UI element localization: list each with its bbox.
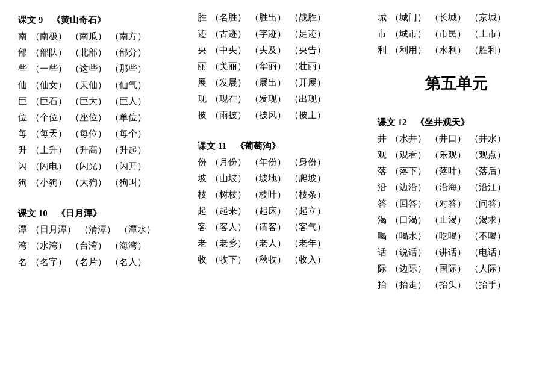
column-1: 课文 9 《黄山奇石》南（南极）（南瓜）（南方）部（部队）（北部）（部分）些（一…	[18, 12, 176, 296]
vocab-entry: 渴（口渴）（止渴）（渴求）	[378, 214, 536, 226]
head-char: 观	[378, 149, 387, 161]
word: （抬手）	[470, 279, 506, 291]
vocab-entry: 潭（日月潭）（清潭）（潭水）	[18, 224, 176, 235]
word-list: （城门）（长城）（京城）	[387, 12, 506, 23]
word: （披风）	[250, 110, 286, 121]
head-char: 城	[378, 12, 387, 23]
head-char: 披	[198, 110, 207, 121]
word: （巨石）	[31, 96, 67, 107]
word: （战胜）	[290, 12, 326, 23]
word-list: （起来）（起床）（起立）	[207, 205, 326, 217]
vocab-entry: 湾（水湾）（台湾）（海湾）	[18, 240, 176, 252]
word: （落叶）	[430, 166, 466, 177]
word: （单位）	[110, 112, 146, 123]
vocab-entry: 现（现在）（发现）（出现）	[198, 93, 356, 105]
word-list: （利用）（水利）（胜利）	[387, 45, 506, 56]
word: （台湾）	[70, 240, 107, 252]
word: （披上）	[290, 110, 326, 121]
word: （日月潭）	[31, 224, 76, 235]
vocab-entry: 收（收下）（秋收）（收入）	[198, 254, 356, 266]
word: （闪光）	[70, 161, 107, 172]
word-list: （说话）（讲话）（电话）	[387, 247, 506, 258]
word: （身份）	[290, 157, 326, 168]
word-list: （城市）（市民）（上市）	[387, 28, 506, 40]
head-char: 沿	[378, 182, 387, 193]
head-char: 际	[378, 263, 387, 275]
word: （个位）	[31, 112, 67, 123]
word-list: （客人）（请客）（客气）	[207, 222, 326, 233]
word-list: （日月潭）（清潭）（潭水）	[27, 224, 155, 235]
word: （客气）	[290, 222, 326, 233]
word-list: （小狗）（大狗）（狗叫）	[27, 177, 146, 188]
vocab-entry: 落（落下）（落叶）（落后）	[378, 166, 536, 177]
vocab-entry: 闪（闪电）（闪光）（闪开）	[18, 161, 176, 172]
head-char: 客	[198, 222, 207, 233]
head-char: 位	[18, 112, 27, 123]
vocab-entry: 井（水井）（井口）（井水）	[378, 133, 536, 145]
word: （渴求）	[470, 214, 506, 226]
word-list: （山坡）（坡地）（爬坡）	[207, 173, 326, 184]
word: （客人）	[210, 222, 246, 233]
head-char: 坡	[198, 173, 207, 184]
word: （发展）	[210, 77, 246, 89]
word: （落下）	[390, 166, 426, 177]
word: （一些）	[31, 63, 67, 75]
head-char: 名	[18, 257, 27, 268]
word: （回答）	[390, 198, 426, 210]
word-list: （观看）（乐观）（观点）	[387, 149, 506, 161]
word: （足迹）	[290, 28, 326, 40]
word-list: （水井）（井口）（井水）	[387, 133, 506, 145]
word: （抬头）	[430, 279, 466, 291]
word: （这些）	[70, 63, 107, 75]
word-list: （回答）（对答）（问答）	[387, 198, 506, 210]
word: （巨大）	[70, 96, 107, 107]
vocab-entry: 答（回答）（对答）（问答）	[378, 198, 536, 210]
word: （说话）	[390, 247, 426, 258]
word: （央告）	[290, 45, 326, 56]
word: （南极）	[31, 31, 67, 42]
word-list: （发展）（展出）（开展）	[207, 77, 326, 89]
lesson-title: 课文 12 《坐井观天》	[378, 117, 536, 128]
word: （月份）	[210, 157, 246, 168]
vocab-entry: 巨（巨石）（巨大）（巨人）	[18, 96, 176, 107]
vocab-entry: 客（客人）（请客）（客气）	[198, 222, 356, 233]
vocab-entry: 老（老乡）（老人）（老年）	[198, 238, 356, 249]
word: （出现）	[290, 93, 326, 105]
word-list: （中央）（央及）（央告）	[207, 45, 326, 56]
head-char: 落	[378, 166, 387, 177]
word: （井口）	[430, 133, 466, 145]
vocab-entry: 丽（美丽）（华丽）（壮丽）	[198, 61, 356, 72]
head-char: 些	[18, 63, 27, 75]
vocab-entry: 央（中央）（央及）（央告）	[198, 45, 356, 56]
word-list: （个位）（座位）（单位）	[27, 112, 146, 123]
word: （不喝）	[470, 231, 506, 242]
word: （南瓜）	[70, 31, 107, 42]
word: （对答）	[430, 198, 466, 210]
vocab-entry: 仙（仙女）（天仙）（仙气）	[18, 79, 176, 91]
word: （清潭）	[79, 224, 116, 235]
word: （老人）	[250, 238, 286, 249]
word: （口渴）	[390, 214, 426, 226]
head-char: 闪	[18, 161, 27, 172]
vocab-entry: 些（一些）（这些）（那些）	[18, 63, 176, 75]
vocab-entry: 话（说话）（讲话）（电话）	[378, 247, 536, 258]
vocab-entry: 胜（名胜）（胜出）（战胜）	[198, 12, 356, 23]
word: （年份）	[250, 157, 286, 168]
head-char: 市	[378, 28, 387, 40]
word: （水利）	[430, 45, 466, 56]
word: （天仙）	[70, 79, 107, 91]
word: （狗叫）	[110, 177, 146, 188]
word: （喝水）	[390, 231, 426, 242]
word: （起床）	[250, 205, 286, 217]
head-char: 展	[198, 77, 207, 89]
word-list: （水湾）（台湾）（海湾）	[27, 240, 146, 252]
head-char: 仙	[18, 79, 27, 91]
lesson-title: 课文 11 《葡萄沟》	[198, 140, 356, 152]
vocab-entry: 利（利用）（水利）（胜利）	[378, 45, 536, 56]
head-char: 收	[198, 254, 207, 266]
word: （仙女）	[31, 79, 67, 91]
word: （部队）	[31, 47, 67, 58]
word: （南方）	[110, 31, 146, 42]
word: （古迹）	[210, 28, 246, 40]
word: （山坡）	[210, 173, 246, 184]
